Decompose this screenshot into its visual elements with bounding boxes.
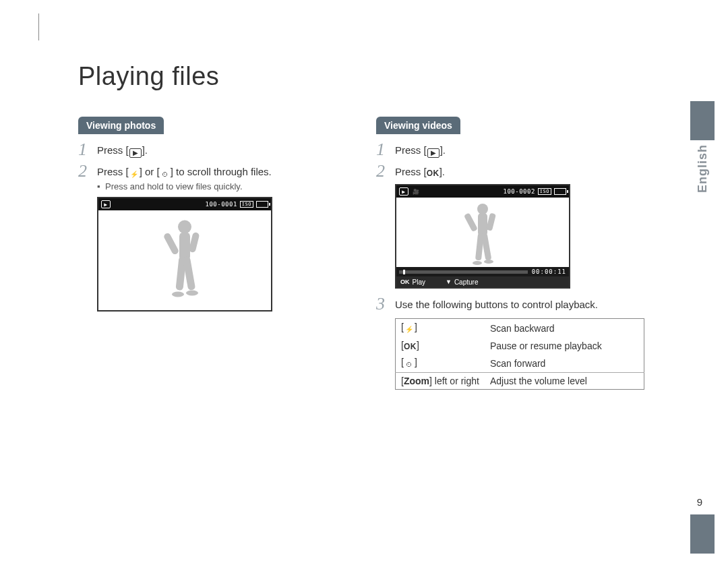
iso-tag: ISO [240, 201, 253, 208]
battery-icon [554, 188, 566, 195]
control-key-cell: [⏲] [396, 354, 485, 373]
section-heading-photos: Viewing photos [78, 117, 164, 134]
video-footer: 00:00:11 OK Play ▼ Capture [396, 267, 569, 287]
progress-bar [399, 270, 528, 274]
step-number: 1 [376, 141, 395, 158]
step-text: Press [▶]. [395, 141, 446, 158]
control-desc-cell: Pause or resume playback [485, 337, 644, 354]
svg-rect-3 [189, 232, 200, 254]
ok-key-icon: OK [400, 278, 410, 285]
flash-icon: ⚡ [404, 325, 414, 334]
hint-capture: ▼ Capture [446, 278, 479, 286]
control-desc-cell: Scan backward [485, 319, 644, 338]
table-row: [OK] Pause or resume playback [396, 337, 644, 354]
svg-rect-1 [179, 233, 190, 261]
file-counter: 100-0001 [205, 201, 237, 208]
video-preview-screen: ▶ 🎥 100-0002 ISO [395, 184, 570, 289]
hint-play: OK Play [400, 278, 425, 286]
playback-mode-icon: ▶ [399, 187, 408, 196]
control-desc-cell: Scan forward [485, 354, 644, 373]
videos-steps-2: 3 Use the following buttons to control p… [376, 295, 659, 313]
margin-mark [38, 13, 39, 40]
table-row: [⚡] Scan backward [396, 319, 644, 338]
videos-step-2: 2 Press [OK]. [376, 162, 659, 180]
control-key-cell: [Zoom] left or right [396, 373, 485, 390]
svg-rect-11 [486, 212, 496, 231]
svg-rect-2 [163, 232, 180, 256]
svg-point-0 [178, 220, 191, 234]
step-number: 2 [376, 162, 395, 180]
page-title: Playing files [78, 62, 219, 91]
down-key-icon: ▼ [446, 278, 452, 285]
table-row: [⏲] Scan forward [396, 354, 644, 373]
svg-point-14 [473, 261, 482, 265]
iso-tag: ISO [538, 188, 551, 195]
playback-icon: ▶ [129, 148, 142, 158]
timecode: 00:00:11 [532, 268, 566, 275]
person-silhouette [161, 215, 208, 303]
flash-icon: ⚡ [129, 170, 139, 179]
svg-point-15 [484, 260, 493, 264]
svg-point-7 [186, 291, 198, 296]
svg-point-8 [477, 204, 488, 214]
step-text: Press [▶]. [97, 141, 148, 158]
step-number: 3 [376, 295, 395, 313]
section-viewing-photos: Viewing photos 1 Press [▶]. 2 Press [⚡] … [78, 117, 361, 312]
section-heading-videos: Viewing videos [376, 117, 460, 134]
svg-rect-9 [478, 213, 487, 236]
step-number: 1 [78, 141, 97, 158]
svg-rect-10 [464, 212, 478, 232]
videos-step-1: 1 Press [▶]. [376, 141, 659, 158]
table-row: [Zoom] left or right Adjust the volume l… [396, 373, 644, 390]
timer-icon: ⏲ [404, 360, 414, 369]
battery-icon [256, 201, 268, 208]
control-key-cell: [OK] [396, 337, 485, 354]
section-viewing-videos: Viewing videos 1 Press [▶]. 2 Press [OK]… [376, 117, 659, 390]
language-label: English [696, 144, 710, 193]
file-counter: 100-0002 [503, 188, 535, 195]
playback-mode-icon: ▶ [101, 200, 111, 208]
page-number: 9 [697, 496, 702, 508]
video-screen-header: ▶ 🎥 100-0002 ISO [396, 185, 569, 198]
step-number: 2 [78, 162, 97, 180]
ok-icon: OK [427, 169, 439, 178]
photo-screen-header: ▶ 100-0001 ISO [98, 198, 271, 210]
timer-icon: ⏲ [160, 170, 170, 179]
language-tab: English [690, 101, 715, 197]
photos-step-1: 1 Press [▶]. [78, 141, 361, 158]
ok-icon: OK [404, 342, 417, 351]
control-key-cell: [⚡] [396, 319, 485, 338]
step-text: Press [⚡] or [⏲] to scroll through files… [97, 162, 272, 193]
photos-steps: 1 Press [▶]. 2 Press [⚡] or [⏲] to scrol… [78, 141, 361, 193]
step-text: Use the following buttons to control pla… [395, 295, 598, 312]
step-text: Press [OK]. [395, 162, 445, 179]
photos-sub-bullet: ▪ Press and hold to view files quickly. [97, 181, 272, 193]
bullet-dot: ▪ [97, 181, 105, 193]
tab-accent-bar [690, 101, 715, 140]
hint-row: OK Play ▼ Capture [396, 276, 569, 287]
bottom-accent-bar [690, 514, 715, 554]
photo-preview-screen: ▶ 100-0001 ISO [97, 197, 272, 312]
playback-controls-table: [⚡] Scan backward [OK] Pause or resume p… [395, 318, 644, 390]
videos-steps: 1 Press [▶]. 2 Press [OK]. [376, 141, 659, 180]
manual-page: Playing files Viewing photos 1 Press [▶]… [0, 0, 728, 563]
photos-step-2: 2 Press [⚡] or [⏲] to scroll through fil… [78, 162, 361, 193]
video-mode-icon: 🎥 [411, 187, 421, 196]
control-desc-cell: Adjust the volume level [485, 373, 644, 390]
videos-step-3: 3 Use the following buttons to control p… [376, 295, 659, 313]
svg-point-6 [172, 292, 184, 297]
playback-icon: ▶ [427, 148, 439, 158]
person-silhouette [462, 200, 503, 267]
progress-row: 00:00:11 [396, 267, 569, 276]
